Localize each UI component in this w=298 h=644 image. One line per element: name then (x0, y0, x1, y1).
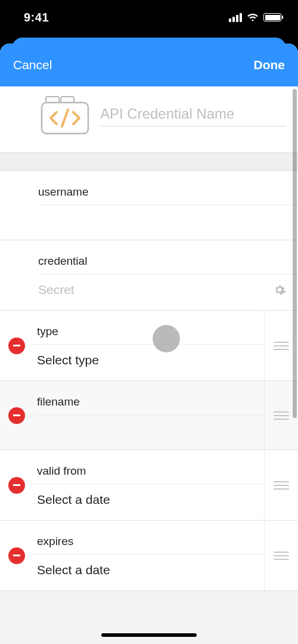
type-label: type (33, 311, 264, 345)
row-type: type Select type (0, 311, 298, 381)
delete-expires-button[interactable] (8, 547, 25, 564)
drag-handle-icon[interactable] (274, 411, 289, 420)
valid-from-value[interactable]: Select a date (33, 484, 264, 520)
credential-name-input[interactable]: API Credential Name (100, 106, 286, 126)
credential-input[interactable]: Secret (38, 283, 74, 297)
filename-value[interactable] (33, 415, 264, 450)
expires-value[interactable]: Select a date (33, 555, 264, 590)
sheet-body[interactable]: API Credential Name username credential … (0, 86, 298, 644)
gear-icon[interactable] (273, 283, 286, 296)
expires-label: expires (33, 521, 264, 555)
wifi-icon (247, 13, 259, 22)
scroll-indicator[interactable] (293, 89, 297, 418)
delete-minus-icon (13, 345, 20, 346)
status-time: 9:41 (24, 11, 49, 24)
credential-label: credential (38, 240, 298, 274)
delete-type-button[interactable] (8, 338, 25, 354)
delete-minus-icon (13, 555, 20, 556)
done-button[interactable]: Done (254, 58, 285, 72)
row-filename: filename (0, 381, 298, 450)
filename-label: filename (33, 381, 264, 415)
delete-filename-button[interactable] (8, 407, 25, 424)
touch-indicator (153, 325, 180, 352)
row-expires: expires Select a date (0, 521, 298, 591)
type-value[interactable]: Select type (33, 345, 264, 380)
sheet-header: Cancel Done (0, 44, 298, 86)
username-section: username (0, 171, 298, 240)
row-valid-from: valid from Select a date (0, 450, 298, 521)
valid-from-label: valid from (33, 450, 264, 484)
drag-handle-icon[interactable] (274, 481, 289, 490)
delete-minus-icon (13, 414, 20, 416)
signal-icon (229, 13, 242, 22)
drag-handle-icon[interactable] (274, 552, 289, 560)
edit-sheet: Cancel Done API Credential Name (0, 44, 298, 644)
status-bar: 9:41 (0, 0, 298, 35)
name-row: API Credential Name (0, 86, 298, 152)
username-label: username (38, 171, 298, 205)
battery-icon (263, 13, 281, 21)
home-indicator[interactable] (101, 633, 197, 637)
credential-section: credential Secret (0, 240, 298, 311)
delete-minus-icon (13, 484, 20, 486)
status-icons (229, 13, 281, 22)
cancel-button[interactable]: Cancel (13, 58, 52, 72)
username-input[interactable] (38, 205, 298, 240)
delete-validfrom-button[interactable] (8, 477, 25, 494)
drag-handle-icon[interactable] (274, 342, 289, 350)
api-folder-icon (41, 96, 89, 135)
section-gap (0, 152, 298, 171)
